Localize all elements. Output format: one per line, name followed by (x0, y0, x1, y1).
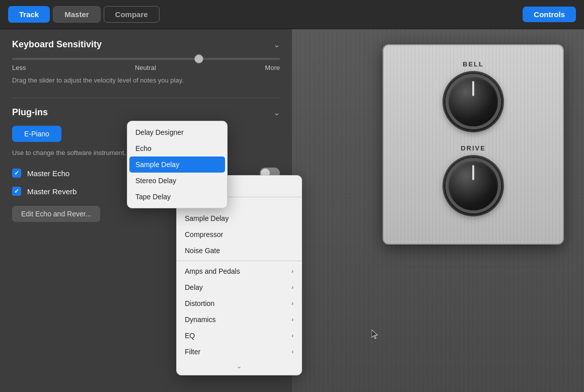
filter-arrow: › (291, 348, 294, 355)
recent-sample-delay[interactable]: Sample Delay (177, 210, 302, 226)
dynamics-label: Dynamics (185, 316, 215, 324)
bell-knob-section: BELL (404, 60, 543, 129)
drive-knob-section: DRIVE (404, 144, 543, 213)
delay-submenu: Delay Designer Echo Sample Delay Stereo … (127, 121, 228, 208)
submenu-sample-delay[interactable]: Sample Delay (129, 156, 225, 173)
synth-panel: BELL DRIVE (383, 44, 564, 245)
slider-labels: Less Neutral More (12, 64, 280, 71)
recent-noise-gate-label: Noise Gate (185, 247, 220, 255)
edit-echo-reverb-button[interactable]: Edit Echo and Rever... (12, 206, 100, 222)
submenu-delay-designer[interactable]: Delay Designer (127, 124, 227, 140)
recent-compressor-label: Compressor (185, 230, 223, 239)
drive-knob[interactable] (446, 158, 501, 213)
distortion-arrow: › (291, 300, 294, 307)
stereo-delay-label: Stereo Delay (135, 177, 176, 185)
plugins-chevron[interactable]: ⌄ (273, 108, 280, 117)
bell-label: BELL (463, 60, 484, 68)
slider-container (12, 58, 280, 60)
dropdown-scroll-down[interactable]: ⌄ (236, 362, 242, 370)
toolbar-tabs: Track Master Compare (8, 6, 160, 23)
drive-label: DRIVE (461, 144, 486, 152)
plugins-header: Plug-ins ⌄ (12, 107, 280, 118)
slider-track[interactable] (12, 58, 280, 60)
recent-compressor[interactable]: Compressor (177, 226, 302, 243)
submenu-echo[interactable]: Echo (127, 140, 227, 156)
track-tab[interactable]: Track (8, 6, 50, 23)
amps-pedals-label: Amps and Pedals (185, 267, 240, 275)
right-panel: BELL DRIVE (292, 29, 584, 392)
controls-button[interactable]: Controls (523, 7, 576, 22)
submenu-stereo-delay[interactable]: Stereo Delay (127, 173, 227, 189)
slider-description: Drag the slider to adjust the velocity l… (12, 75, 280, 86)
category-distortion[interactable]: Distortion › (177, 295, 302, 311)
bell-knob[interactable] (446, 74, 501, 129)
keyboard-sensitivity-header: Keyboard Sensitivity ⌄ (12, 39, 280, 50)
label-less: Less (12, 64, 26, 71)
master-tab[interactable]: Master (53, 6, 100, 23)
delay-designer-label: Delay Designer (135, 128, 184, 136)
submenu-tape-delay[interactable]: Tape Delay (127, 189, 227, 205)
master-echo-checkbox[interactable] (12, 169, 21, 178)
filter-label: Filter (185, 348, 200, 356)
delay-arrow: › (291, 284, 294, 291)
menu-sep-2 (177, 261, 302, 261)
distortion-label: Distortion (185, 299, 214, 307)
category-filter[interactable]: Filter › (177, 344, 302, 360)
master-reverb-checkbox[interactable] (12, 187, 21, 196)
category-delay[interactable]: Delay › (177, 279, 302, 295)
dynamics-arrow: › (291, 316, 294, 323)
tape-delay-label: Tape Delay (135, 193, 171, 201)
echo-label: Echo (135, 144, 152, 152)
slider-thumb[interactable] (194, 54, 203, 63)
sample-delay-label: Sample Delay (135, 161, 179, 169)
plugin-button[interactable]: E-Piano (12, 126, 61, 142)
amps-pedals-arrow: › (291, 268, 294, 275)
label-neutral: Neutral (135, 64, 156, 71)
keyboard-sensitivity-section: Keyboard Sensitivity ⌄ Less Neutral More… (12, 39, 280, 86)
eq-arrow: › (291, 332, 294, 339)
label-more: More (265, 64, 280, 71)
recent-noise-gate[interactable]: Noise Gate (177, 243, 302, 259)
recent-sample-delay-label: Sample Delay (185, 214, 229, 222)
keyboard-sensitivity-title: Keyboard Sensitivity (12, 39, 102, 50)
category-amps-pedals[interactable]: Amps and Pedals › (177, 263, 302, 279)
plugins-title: Plug-ins (12, 107, 48, 118)
eq-label: EQ (185, 332, 195, 340)
keyboard-sensitivity-chevron[interactable]: ⌄ (273, 40, 280, 49)
category-dynamics[interactable]: Dynamics › (177, 311, 302, 328)
category-eq[interactable]: EQ › (177, 328, 302, 344)
delay-label: Delay (185, 283, 203, 291)
compare-tab[interactable]: Compare (104, 6, 160, 23)
toolbar: Track Master Compare Controls (0, 0, 584, 29)
divider-1 (12, 98, 280, 98)
